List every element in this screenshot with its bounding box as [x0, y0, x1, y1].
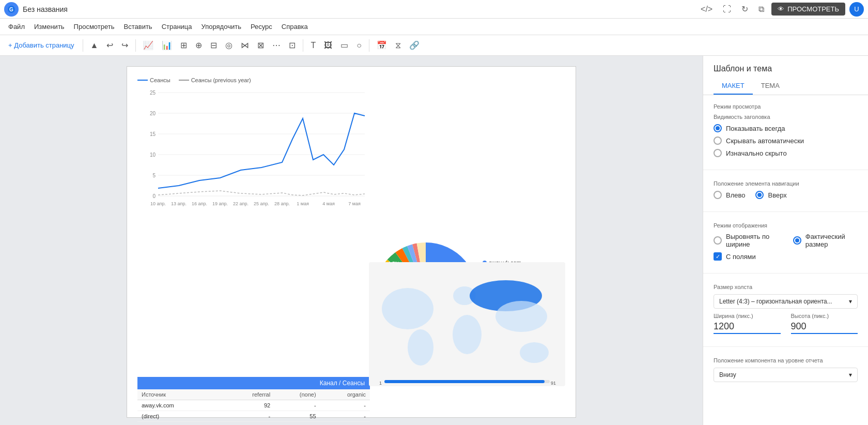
title-visibility-group: Показывать всегда Скрывать автоматически… [714, 124, 858, 157]
svg-point-29 [382, 288, 433, 329]
combo-btn[interactable]: ⊠ [254, 38, 267, 52]
svg-text:91: 91 [551, 381, 556, 386]
toolbar-divider-1 [83, 39, 83, 52]
toolbar-divider-4 [369, 39, 369, 52]
undo-btn[interactable]: ↩ [103, 38, 116, 52]
menu-insert[interactable]: Вставить [120, 21, 157, 33]
svg-text:4 мая: 4 мая [322, 201, 335, 206]
menu-help[interactable]: Справка [277, 21, 312, 33]
date-btn[interactable]: 📅 [374, 38, 390, 52]
text-btn[interactable]: T [307, 39, 319, 52]
chevron-down-icon-2: ▾ [849, 371, 852, 378]
radio-fit-width-circle [714, 236, 722, 245]
radio-hidden-circle [714, 149, 722, 157]
width-value: 1200 [714, 321, 781, 334]
radio-nav-left[interactable]: Влево [714, 191, 745, 199]
redo-btn[interactable]: ↪ [118, 38, 131, 52]
image-btn[interactable]: 🖼 [321, 39, 335, 52]
radio-hidden[interactable]: Изначально скрыто [714, 149, 858, 157]
component-position-dropdown[interactable]: Внизу ▾ [714, 368, 858, 382]
title-visibility-label: Видимость заголовка [714, 114, 858, 120]
url-btn[interactable]: 🔗 [406, 38, 423, 52]
radio-actual-size[interactable]: Фактический размер [793, 233, 858, 248]
scatter-btn[interactable]: ⋯ [269, 38, 284, 52]
col-none: (none) [274, 389, 320, 400]
menu-file[interactable]: Файл [4, 21, 29, 33]
canvas-size-section: Размер холста Letter (4:3) – горизонталь… [703, 276, 868, 344]
canvas-area[interactable]: Сеансы Сеансы (previous year) [0, 56, 703, 425]
preview-button[interactable]: 👁 ПРОСМОТРЕТЬ [771, 3, 845, 16]
svg-text:15: 15 [150, 131, 156, 137]
height-field: Высота (пикс.) 900 [791, 313, 858, 334]
view-mode-section: Режим просмотра Видимость заголовка Пока… [703, 95, 868, 168]
svg-point-34 [495, 301, 547, 332]
app-logo: G [4, 2, 19, 17]
table-row: m.facebook.c...11-- [137, 422, 370, 426]
svg-text:13 апр.: 13 апр. [171, 201, 187, 206]
refresh-icon-btn[interactable]: ↻ [738, 2, 751, 16]
tab-layout[interactable]: МАКЕТ [714, 78, 753, 95]
panel-divider-1 [703, 170, 868, 170]
area-chart-btn[interactable]: ⋈ [238, 38, 252, 52]
panel-tabs: МАКЕТ ТЕМА [703, 78, 868, 95]
table-row: (direct)-55- [137, 411, 370, 422]
menu-view[interactable]: Просмотреть [70, 21, 119, 33]
resize-icon-btn[interactable]: ⛶ [720, 3, 734, 16]
user-avatar[interactable]: U [849, 2, 864, 17]
radio-auto-circle [714, 136, 722, 145]
menu-arrange[interactable]: Упорядочить [197, 21, 245, 33]
svg-text:0: 0 [152, 193, 156, 199]
cursor-tool[interactable]: ▲ [87, 39, 102, 52]
radio-fit-width[interactable]: Выровнять по ширине [714, 233, 783, 248]
table-chart-btn[interactable]: ⊞ [177, 38, 190, 52]
pivot-btn[interactable]: ⊡ [286, 38, 299, 52]
canvas-dimensions-row: Ширина (пикс.) 1200 Высота (пикс.) 900 [714, 313, 858, 334]
svg-text:1 мая: 1 мая [297, 201, 309, 206]
menu-page[interactable]: Страница [158, 21, 196, 33]
toolbar: + Добавить страницу ▲ ↩ ↪ 📈 📊 ⊞ ⊕ ⊟ ◎ ⋈ … [0, 35, 868, 56]
add-circle-btn[interactable]: ⊕ [192, 38, 205, 52]
rect-btn[interactable]: ▭ [337, 38, 351, 52]
canvas-size-dropdown[interactable]: Letter (4:3) – горизонтальная ориента...… [714, 294, 858, 309]
view-mode-label: Режим просмотра [714, 103, 858, 110]
panel-divider-4 [703, 346, 868, 347]
canvas-size-label: Размер холста [714, 284, 858, 290]
radio-always[interactable]: Показывать всегда [714, 124, 858, 132]
menu-bar: Файл Изменить Просмотреть Вставить Стран… [0, 19, 868, 35]
svg-text:10 апр.: 10 апр. [150, 201, 166, 206]
radio-auto[interactable]: Скрывать автоматически [714, 136, 858, 145]
display-mode-label: Режим отображения [714, 222, 858, 229]
display-mode-section: Режим отображения Выровнять по ширине Фа… [703, 214, 868, 271]
panel-divider-2 [703, 211, 868, 212]
radio-nav-top[interactable]: Вверх [755, 191, 786, 199]
add-page-button[interactable]: + Добавить страницу [4, 39, 79, 51]
svg-text:16 апр.: 16 апр. [192, 201, 207, 206]
menu-resource[interactable]: Ресурс [246, 21, 276, 33]
circle-btn[interactable]: ○ [353, 39, 365, 52]
svg-text:22 апр.: 22 апр. [233, 201, 249, 206]
chevron-down-icon: ▾ [849, 298, 852, 305]
radio-actual-size-circle [793, 236, 801, 245]
radio-nav-top-circle [755, 191, 764, 199]
svg-point-35 [520, 342, 549, 363]
svg-text:28 апр.: 28 апр. [274, 201, 290, 206]
svg-text:25: 25 [150, 90, 156, 96]
tab-theme[interactable]: ТЕМА [753, 78, 788, 95]
line-chart-svg: 25 20 15 10 5 0 10 апр. 13 апр. 16 апр. … [137, 87, 370, 211]
donut-btn[interactable]: ◎ [222, 38, 236, 52]
code-icon-btn[interactable]: </> [698, 3, 716, 16]
table-row: away.vk.com92-- [137, 400, 370, 411]
width-field: Ширина (пикс.) 1200 [714, 313, 781, 334]
filter-btn[interactable]: ⧖ [392, 39, 404, 52]
radio-always-circle [714, 124, 722, 132]
line-chart-btn[interactable]: 📈 [140, 38, 157, 52]
main-layout: Сеансы Сеансы (previous year) [0, 56, 868, 425]
grid-btn[interactable]: ⊟ [207, 38, 220, 52]
chart-legend: Сеансы Сеансы (previous year) [137, 77, 375, 83]
data-table-inner: Источник referral (none) organic away.vk… [137, 389, 370, 425]
copy-icon-btn[interactable]: ⧉ [755, 3, 767, 16]
bar-chart-btn[interactable]: 📊 [159, 38, 175, 52]
app-title: Без названия [23, 5, 698, 13]
menu-edit[interactable]: Изменить [30, 21, 69, 33]
with-fields-checkbox[interactable]: С полями [714, 252, 858, 261]
